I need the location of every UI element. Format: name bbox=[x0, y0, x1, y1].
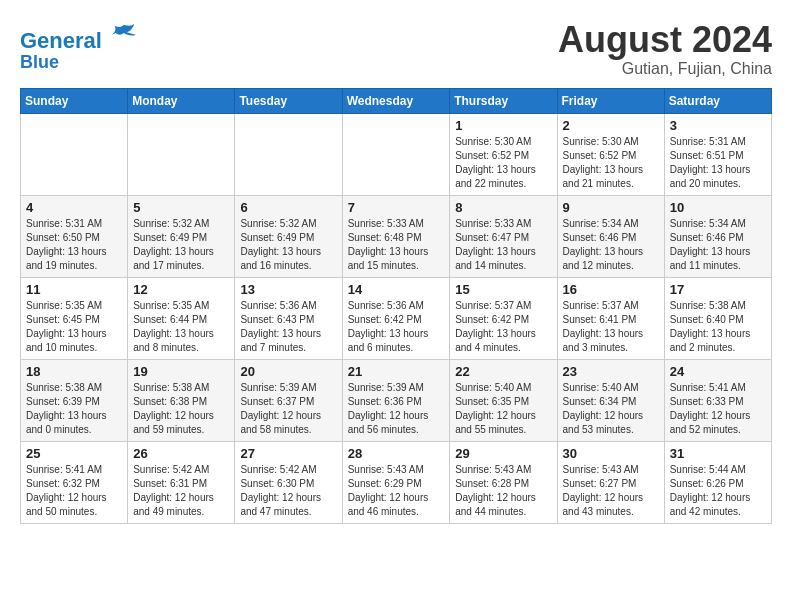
day-number: 31 bbox=[670, 446, 766, 461]
day-info: Sunrise: 5:43 AM Sunset: 6:29 PM Dayligh… bbox=[348, 463, 445, 519]
day-cell-12: 12Sunrise: 5:35 AM Sunset: 6:44 PM Dayli… bbox=[128, 277, 235, 359]
day-info: Sunrise: 5:33 AM Sunset: 6:47 PM Dayligh… bbox=[455, 217, 551, 273]
weekday-header-tuesday: Tuesday bbox=[235, 88, 342, 113]
day-cell-3: 3Sunrise: 5:31 AM Sunset: 6:51 PM Daylig… bbox=[664, 113, 771, 195]
day-number: 4 bbox=[26, 200, 122, 215]
day-cell-7: 7Sunrise: 5:33 AM Sunset: 6:48 PM Daylig… bbox=[342, 195, 450, 277]
day-cell-18: 18Sunrise: 5:38 AM Sunset: 6:39 PM Dayli… bbox=[21, 359, 128, 441]
day-info: Sunrise: 5:39 AM Sunset: 6:36 PM Dayligh… bbox=[348, 381, 445, 437]
day-number: 12 bbox=[133, 282, 229, 297]
day-number: 28 bbox=[348, 446, 445, 461]
day-info: Sunrise: 5:41 AM Sunset: 6:33 PM Dayligh… bbox=[670, 381, 766, 437]
day-cell-29: 29Sunrise: 5:43 AM Sunset: 6:28 PM Dayli… bbox=[450, 441, 557, 523]
day-info: Sunrise: 5:35 AM Sunset: 6:45 PM Dayligh… bbox=[26, 299, 122, 355]
day-cell-24: 24Sunrise: 5:41 AM Sunset: 6:33 PM Dayli… bbox=[664, 359, 771, 441]
empty-cell bbox=[21, 113, 128, 195]
day-number: 10 bbox=[670, 200, 766, 215]
day-number: 21 bbox=[348, 364, 445, 379]
weekday-header-thursday: Thursday bbox=[450, 88, 557, 113]
day-number: 16 bbox=[563, 282, 659, 297]
day-number: 25 bbox=[26, 446, 122, 461]
day-number: 17 bbox=[670, 282, 766, 297]
day-number: 26 bbox=[133, 446, 229, 461]
day-cell-25: 25Sunrise: 5:41 AM Sunset: 6:32 PM Dayli… bbox=[21, 441, 128, 523]
logo-text: General bbox=[20, 20, 138, 53]
day-number: 27 bbox=[240, 446, 336, 461]
day-info: Sunrise: 5:30 AM Sunset: 6:52 PM Dayligh… bbox=[563, 135, 659, 191]
day-cell-31: 31Sunrise: 5:44 AM Sunset: 6:26 PM Dayli… bbox=[664, 441, 771, 523]
day-cell-8: 8Sunrise: 5:33 AM Sunset: 6:47 PM Daylig… bbox=[450, 195, 557, 277]
day-cell-1: 1Sunrise: 5:30 AM Sunset: 6:52 PM Daylig… bbox=[450, 113, 557, 195]
empty-cell bbox=[342, 113, 450, 195]
weekday-header-row: SundayMondayTuesdayWednesdayThursdayFrid… bbox=[21, 88, 772, 113]
day-cell-26: 26Sunrise: 5:42 AM Sunset: 6:31 PM Dayli… bbox=[128, 441, 235, 523]
title-block: August 2024 Gutian, Fujian, China bbox=[558, 20, 772, 78]
calendar-week-1: 1Sunrise: 5:30 AM Sunset: 6:52 PM Daylig… bbox=[21, 113, 772, 195]
weekday-header-saturday: Saturday bbox=[664, 88, 771, 113]
day-cell-4: 4Sunrise: 5:31 AM Sunset: 6:50 PM Daylig… bbox=[21, 195, 128, 277]
day-info: Sunrise: 5:32 AM Sunset: 6:49 PM Dayligh… bbox=[240, 217, 336, 273]
day-number: 11 bbox=[26, 282, 122, 297]
weekday-header-monday: Monday bbox=[128, 88, 235, 113]
page-header: General Blue August 2024 Gutian, Fujian,… bbox=[20, 20, 772, 78]
day-info: Sunrise: 5:39 AM Sunset: 6:37 PM Dayligh… bbox=[240, 381, 336, 437]
day-info: Sunrise: 5:38 AM Sunset: 6:40 PM Dayligh… bbox=[670, 299, 766, 355]
day-number: 14 bbox=[348, 282, 445, 297]
empty-cell bbox=[235, 113, 342, 195]
day-cell-15: 15Sunrise: 5:37 AM Sunset: 6:42 PM Dayli… bbox=[450, 277, 557, 359]
day-info: Sunrise: 5:37 AM Sunset: 6:42 PM Dayligh… bbox=[455, 299, 551, 355]
day-number: 20 bbox=[240, 364, 336, 379]
day-info: Sunrise: 5:43 AM Sunset: 6:28 PM Dayligh… bbox=[455, 463, 551, 519]
calendar-week-4: 18Sunrise: 5:38 AM Sunset: 6:39 PM Dayli… bbox=[21, 359, 772, 441]
day-cell-5: 5Sunrise: 5:32 AM Sunset: 6:49 PM Daylig… bbox=[128, 195, 235, 277]
day-info: Sunrise: 5:34 AM Sunset: 6:46 PM Dayligh… bbox=[563, 217, 659, 273]
weekday-header-friday: Friday bbox=[557, 88, 664, 113]
day-info: Sunrise: 5:36 AM Sunset: 6:43 PM Dayligh… bbox=[240, 299, 336, 355]
day-number: 5 bbox=[133, 200, 229, 215]
day-cell-21: 21Sunrise: 5:39 AM Sunset: 6:36 PM Dayli… bbox=[342, 359, 450, 441]
day-info: Sunrise: 5:42 AM Sunset: 6:31 PM Dayligh… bbox=[133, 463, 229, 519]
day-info: Sunrise: 5:32 AM Sunset: 6:49 PM Dayligh… bbox=[133, 217, 229, 273]
day-info: Sunrise: 5:33 AM Sunset: 6:48 PM Dayligh… bbox=[348, 217, 445, 273]
day-cell-19: 19Sunrise: 5:38 AM Sunset: 6:38 PM Dayli… bbox=[128, 359, 235, 441]
day-info: Sunrise: 5:38 AM Sunset: 6:39 PM Dayligh… bbox=[26, 381, 122, 437]
day-number: 24 bbox=[670, 364, 766, 379]
day-info: Sunrise: 5:34 AM Sunset: 6:46 PM Dayligh… bbox=[670, 217, 766, 273]
day-cell-6: 6Sunrise: 5:32 AM Sunset: 6:49 PM Daylig… bbox=[235, 195, 342, 277]
day-number: 3 bbox=[670, 118, 766, 133]
day-info: Sunrise: 5:38 AM Sunset: 6:38 PM Dayligh… bbox=[133, 381, 229, 437]
day-number: 22 bbox=[455, 364, 551, 379]
day-info: Sunrise: 5:41 AM Sunset: 6:32 PM Dayligh… bbox=[26, 463, 122, 519]
day-number: 6 bbox=[240, 200, 336, 215]
day-info: Sunrise: 5:30 AM Sunset: 6:52 PM Dayligh… bbox=[455, 135, 551, 191]
logo-bird-icon bbox=[110, 20, 138, 48]
day-info: Sunrise: 5:40 AM Sunset: 6:35 PM Dayligh… bbox=[455, 381, 551, 437]
day-info: Sunrise: 5:43 AM Sunset: 6:27 PM Dayligh… bbox=[563, 463, 659, 519]
day-cell-22: 22Sunrise: 5:40 AM Sunset: 6:35 PM Dayli… bbox=[450, 359, 557, 441]
day-number: 19 bbox=[133, 364, 229, 379]
day-cell-10: 10Sunrise: 5:34 AM Sunset: 6:46 PM Dayli… bbox=[664, 195, 771, 277]
day-cell-9: 9Sunrise: 5:34 AM Sunset: 6:46 PM Daylig… bbox=[557, 195, 664, 277]
day-number: 8 bbox=[455, 200, 551, 215]
month-year: August 2024 bbox=[558, 20, 772, 60]
day-number: 1 bbox=[455, 118, 551, 133]
day-cell-14: 14Sunrise: 5:36 AM Sunset: 6:42 PM Dayli… bbox=[342, 277, 450, 359]
day-info: Sunrise: 5:42 AM Sunset: 6:30 PM Dayligh… bbox=[240, 463, 336, 519]
calendar-week-2: 4Sunrise: 5:31 AM Sunset: 6:50 PM Daylig… bbox=[21, 195, 772, 277]
day-info: Sunrise: 5:37 AM Sunset: 6:41 PM Dayligh… bbox=[563, 299, 659, 355]
calendar-table: SundayMondayTuesdayWednesdayThursdayFrid… bbox=[20, 88, 772, 524]
day-info: Sunrise: 5:35 AM Sunset: 6:44 PM Dayligh… bbox=[133, 299, 229, 355]
day-cell-16: 16Sunrise: 5:37 AM Sunset: 6:41 PM Dayli… bbox=[557, 277, 664, 359]
day-info: Sunrise: 5:44 AM Sunset: 6:26 PM Dayligh… bbox=[670, 463, 766, 519]
empty-cell bbox=[128, 113, 235, 195]
day-cell-23: 23Sunrise: 5:40 AM Sunset: 6:34 PM Dayli… bbox=[557, 359, 664, 441]
day-cell-2: 2Sunrise: 5:30 AM Sunset: 6:52 PM Daylig… bbox=[557, 113, 664, 195]
day-cell-30: 30Sunrise: 5:43 AM Sunset: 6:27 PM Dayli… bbox=[557, 441, 664, 523]
day-number: 30 bbox=[563, 446, 659, 461]
day-cell-17: 17Sunrise: 5:38 AM Sunset: 6:40 PM Dayli… bbox=[664, 277, 771, 359]
logo: General Blue bbox=[20, 20, 138, 73]
logo-blue: Blue bbox=[20, 53, 138, 73]
day-cell-28: 28Sunrise: 5:43 AM Sunset: 6:29 PM Dayli… bbox=[342, 441, 450, 523]
day-number: 29 bbox=[455, 446, 551, 461]
day-number: 2 bbox=[563, 118, 659, 133]
